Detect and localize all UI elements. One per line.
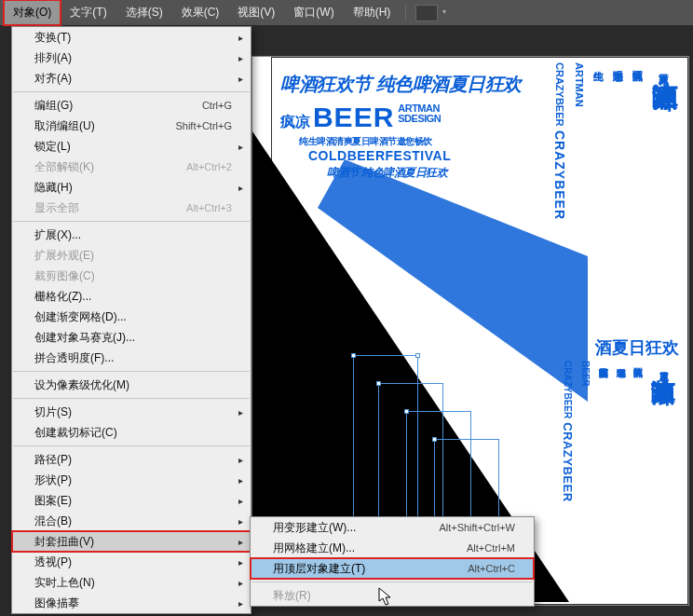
menu-group[interactable]: 编组(G)Ctrl+G: [12, 95, 251, 116]
bottom-right-typography: 酒夏日狂欢 冰爽啤酒节 冰爽夏日 疯狂啤酒 邀您喝 啤酒节夏日啤酒酱 BEER …: [530, 336, 679, 579]
menu-help[interactable]: 帮助(H): [344, 0, 401, 25]
envelope-distort-submenu: 用变形建立(W)...Alt+Shift+Ctrl+W 用网格建立(M)...A…: [250, 516, 535, 607]
menu-live-paint[interactable]: 实时上色(N): [12, 572, 251, 593]
menu-expand[interactable]: 扩展(X)...: [12, 225, 251, 245]
menu-align[interactable]: 对齐(A): [12, 68, 251, 89]
menu-divider: [13, 398, 250, 399]
headline-4: COLDBEERFESTIVAL: [308, 148, 451, 163]
menu-unlock-all: 全部解锁(K)Alt+Ctrl+2: [12, 157, 251, 177]
menu-object-mosaic[interactable]: 创建对象马赛克(J)...: [12, 327, 251, 348]
menu-trim-marks[interactable]: 创建裁切标记(C): [12, 422, 251, 443]
menu-arrange[interactable]: 排列(A): [12, 48, 251, 68]
menu-divider: [13, 221, 250, 222]
menu-image-trace[interactable]: 图像描摹: [12, 593, 251, 613]
menu-perspective[interactable]: 透视(P): [12, 552, 251, 572]
right-vertical-text-top: 冰爽啤酒 冰爽夏日 疯狂啤酒 邀您喝 纯生 ARTMAN CRAZYBEER C…: [550, 62, 681, 220]
menu-object[interactable]: 对象(O): [4, 0, 61, 25]
menu-window[interactable]: 窗口(W): [284, 0, 343, 25]
bottom-vertical-text: 冰爽啤酒节 冰爽夏日 疯狂啤酒 邀您喝 啤酒节夏日啤酒酱 BEER CRAZYB…: [558, 361, 679, 575]
headline-1: 啤酒狂欢节 纯色啤酒夏日狂欢: [280, 72, 522, 97]
submenu-make-with-warp[interactable]: 用变形建立(W)...Alt+Shift+Ctrl+W: [251, 517, 534, 538]
menu-divider: [13, 91, 250, 92]
menu-transform[interactable]: 变换(T): [12, 27, 251, 48]
menu-separator: [405, 6, 406, 21]
headline-2: 疯凉 BEER ARTMANSDESIGN: [280, 102, 441, 133]
submenu-make-with-top-object[interactable]: 用顶层对象建立(T)Alt+Ctrl+C: [251, 558, 534, 579]
menubar: 对象(O) 文字(T) 选择(S) 效果(C) 视图(V) 窗口(W) 帮助(H…: [0, 0, 693, 26]
menu-rasterize[interactable]: 栅格化(Z)...: [12, 286, 251, 307]
menu-slice[interactable]: 切片(S): [12, 402, 251, 422]
menu-gradient-mesh[interactable]: 创建渐变网格(D)...: [12, 307, 251, 327]
menu-lock[interactable]: 锁定(L): [12, 136, 251, 157]
menu-envelope-distort[interactable]: 封套扭曲(V): [12, 531, 251, 552]
menu-view[interactable]: 视图(V): [228, 0, 284, 25]
workspace-switcher[interactable]: [415, 5, 438, 21]
menu-pattern[interactable]: 图案(E): [12, 490, 251, 511]
submenu-release: 释放(R): [251, 585, 534, 606]
bottom-headline: 酒夏日狂欢: [595, 336, 679, 359]
menu-divider: [13, 371, 250, 372]
menu-show-all: 显示全部Alt+Ctrl+3: [12, 198, 251, 218]
menu-divider: [251, 582, 533, 582]
menu-expand-appearance: 扩展外观(E): [12, 245, 251, 266]
menu-select[interactable]: 选择(S): [116, 0, 172, 25]
menu-ungroup[interactable]: 取消编组(U)Shift+Ctrl+G: [12, 116, 251, 136]
headline-3: 纯生啤酒清爽夏日啤酒节邀您畅饮: [299, 135, 432, 148]
menu-path[interactable]: 路径(P): [12, 449, 251, 470]
menu-crop-image: 裁剪图像(C): [12, 266, 251, 286]
menu-blend[interactable]: 混合(B): [12, 511, 251, 531]
submenu-make-with-mesh[interactable]: 用网格建立(M)...Alt+Ctrl+M: [251, 538, 534, 558]
menu-shape[interactable]: 形状(P): [12, 470, 251, 490]
object-menu-dropdown: 变换(T) 排列(A) 对齐(A) 编组(G)Ctrl+G 取消编组(U)Shi…: [11, 26, 251, 614]
menu-type[interactable]: 文字(T): [61, 0, 116, 25]
menu-pixel-perfect[interactable]: 设为像素级优化(M): [12, 375, 251, 395]
menu-hide[interactable]: 隐藏(H): [12, 177, 251, 198]
menu-divider: [13, 445, 250, 446]
menu-effect[interactable]: 效果(C): [172, 0, 229, 25]
menu-flatten-transparency[interactable]: 拼合透明度(F)...: [12, 348, 251, 368]
